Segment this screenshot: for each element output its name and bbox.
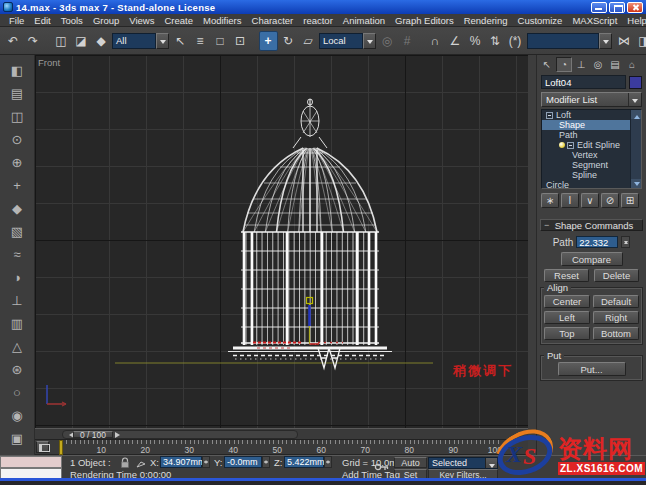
use-pivot-center-icon[interactable]: ◎ (378, 31, 397, 51)
z-spinner[interactable] (324, 456, 332, 468)
align-button[interactable]: Default (593, 295, 639, 308)
time-slider[interactable]: 0 / 100 (35, 428, 528, 440)
mini-curve-editor-button[interactable] (36, 441, 49, 453)
configure-modifier-sets-button[interactable]: ⊞ (621, 193, 639, 208)
align-button[interactable]: Top (544, 327, 590, 340)
menu-item[interactable]: Help (622, 15, 646, 26)
spinner-snap-icon[interactable]: ⇅ (486, 31, 505, 51)
z-coordinate-field[interactable]: 5.422mm (284, 456, 324, 468)
reference-coordinate-dropdown[interactable]: Local (319, 31, 377, 51)
chevron-down-icon[interactable] (156, 33, 169, 49)
rectangular-selection-region-icon[interactable]: □ (211, 31, 230, 51)
select-object-icon[interactable]: ↖ (171, 31, 190, 51)
select-and-scale-icon[interactable]: ▱ (299, 31, 318, 51)
modifier-stack-row[interactable]: Shape (542, 120, 630, 130)
select-and-move-icon[interactable]: + (259, 31, 278, 51)
modifier-stack-row[interactable]: Segment (542, 160, 630, 170)
chevron-down-icon[interactable] (599, 33, 612, 49)
object-color-swatch[interactable] (629, 76, 642, 89)
scroll-down-icon[interactable] (631, 179, 642, 188)
x-spinner[interactable] (202, 456, 210, 468)
chevron-down-icon[interactable] (628, 93, 641, 106)
time-slider-handle[interactable]: 0 / 100 (73, 431, 113, 438)
align-button[interactable]: Right (593, 311, 639, 324)
make-unique-button[interactable]: ∨ (581, 193, 599, 208)
stack-scrollbar[interactable] (630, 110, 641, 188)
left-toolbar-button[interactable]: ◫ (4, 105, 30, 127)
tab-modify[interactable]: ◔ (556, 57, 572, 72)
shape-commands-rollout[interactable]: − Shape Commands (540, 219, 643, 231)
modifier-stack-row[interactable]: Path (542, 130, 630, 140)
maxscript-mini-listener-pink[interactable] (0, 456, 62, 468)
mirror-icon[interactable]: ⋈ (615, 31, 634, 51)
align-button[interactable]: Bottom (593, 327, 639, 340)
menu-item[interactable]: Animation (338, 15, 390, 26)
show-end-result-button[interactable]: I (561, 193, 579, 208)
left-toolbar-button[interactable]: ▣ (4, 427, 30, 449)
tab-display[interactable]: ▤ (607, 57, 623, 72)
menu-item[interactable]: Character (247, 15, 299, 26)
menu-item[interactable]: Rendering (459, 15, 513, 26)
modifier-stack-row[interactable]: Circle (542, 180, 630, 189)
menu-item[interactable]: Group (88, 15, 124, 26)
delete-button[interactable]: Delete (594, 269, 639, 282)
left-toolbar-button[interactable]: ≈ (4, 243, 30, 265)
selection-filter-dropdown[interactable]: All (112, 31, 170, 51)
y-spinner[interactable] (262, 456, 270, 468)
menu-item[interactable]: Views (124, 15, 159, 26)
menu-item[interactable]: reactor (298, 15, 338, 26)
left-toolbar-button[interactable]: ▥ (4, 312, 30, 334)
snap-toggle-icon[interactable]: ∩ (426, 31, 445, 51)
tab-hierarchy[interactable]: ⊥ (573, 57, 589, 72)
left-toolbar-button[interactable]: ⊕ (4, 151, 30, 173)
chevron-down-icon[interactable] (363, 33, 376, 49)
modifier-stack-row[interactable]: Loft (542, 110, 630, 120)
menu-item[interactable]: Tools (56, 15, 88, 26)
modifier-stack-row[interactable]: Spline (542, 170, 630, 180)
put-button[interactable]: Put... (558, 362, 626, 376)
pin-stack-button[interactable]: ∗ (541, 193, 559, 208)
select-and-link-icon[interactable]: ◫ (52, 31, 71, 51)
y-coordinate-field[interactable]: -0.0mm (224, 456, 262, 468)
window-crossing-icon[interactable]: ⊡ (231, 31, 250, 51)
left-toolbar-button[interactable]: ○ (4, 381, 30, 403)
left-toolbar-button[interactable]: ◑ (4, 266, 30, 288)
left-toolbar-button[interactable]: ⊙ (4, 128, 30, 150)
left-toolbar-button[interactable]: ▤ (4, 82, 30, 104)
select-and-rotate-icon[interactable]: ↻ (279, 31, 298, 51)
left-toolbar-button[interactable]: ▧ (4, 220, 30, 242)
left-toolbar-button[interactable]: ◆ (4, 197, 30, 219)
object-name-field[interactable]: Loft04 (541, 75, 626, 89)
menu-item[interactable]: File (4, 15, 29, 26)
tab-motion[interactable]: ◎ (590, 57, 606, 72)
reset-button[interactable]: Reset (544, 269, 589, 282)
modifier-stack-row[interactable]: Edit Spline (542, 140, 630, 150)
key-filter-selection-dropdown[interactable]: Selected (428, 457, 498, 469)
path-spinner[interactable] (621, 236, 630, 248)
collapse-box-icon[interactable] (567, 142, 574, 149)
tab-create[interactable]: ↖ (539, 57, 555, 72)
bind-to-space-warp-icon[interactable]: ◆ (92, 31, 111, 51)
toolbar-separator[interactable] (251, 31, 258, 51)
x-coordinate-field[interactable]: 34.907mm (160, 456, 202, 468)
close-button[interactable] (627, 2, 643, 13)
viewport-label[interactable]: Front (38, 57, 60, 68)
left-toolbar-button[interactable]: △ (4, 335, 30, 357)
path-value-field[interactable]: 22.332 (576, 236, 618, 248)
select-by-name-icon[interactable]: ≡ (191, 31, 210, 51)
auto-key-button[interactable]: Auto Key (394, 457, 427, 468)
align-button[interactable]: Left (544, 311, 590, 324)
align-icon[interactable]: ◨ (635, 31, 646, 51)
scroll-up-icon[interactable] (631, 110, 642, 119)
left-toolbar-button[interactable]: ⊥ (4, 289, 30, 311)
align-button[interactable]: Center (544, 295, 590, 308)
selection-lock-icon[interactable] (119, 457, 131, 469)
minimize-button[interactable] (591, 2, 607, 13)
menu-item[interactable]: Graph Editors (390, 15, 459, 26)
next-frame-icon[interactable] (115, 432, 123, 438)
redo-icon[interactable]: ↷ (24, 31, 43, 51)
named-selection-sets-field[interactable] (526, 31, 614, 51)
toolbar-separator[interactable] (44, 31, 51, 51)
keyboard-override-icon[interactable]: (*) (506, 31, 525, 51)
percent-snap-icon[interactable]: % (466, 31, 485, 51)
